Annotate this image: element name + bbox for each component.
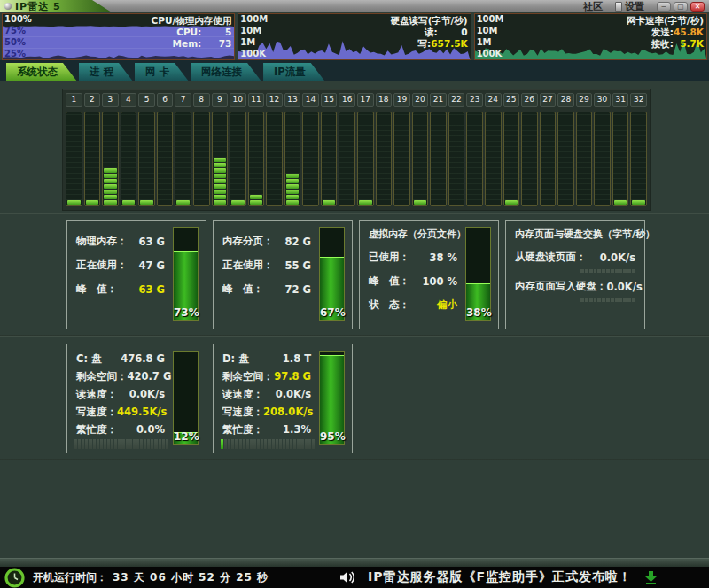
busy-tick <box>118 439 121 449</box>
core-number-label: 31 <box>612 93 629 107</box>
graph-scale-label: 100M <box>477 15 504 24</box>
cpu-core-10: 10 <box>230 93 246 206</box>
row-value: 208.0K/s <box>263 406 313 418</box>
tab-network-card[interactable]: 网 卡 <box>135 63 189 81</box>
graph-scale-label: 1M <box>477 38 492 47</box>
core-load-segment <box>414 200 427 205</box>
core-load-bar <box>248 112 265 206</box>
core-load-segment <box>286 174 300 178</box>
cpu-core-29: 29 <box>576 93 593 206</box>
row-label: D: 盘 <box>222 352 249 366</box>
settings-link[interactable]: 设置 <box>615 0 644 13</box>
core-load-segment <box>140 200 153 205</box>
core-number-label: 4 <box>121 93 137 107</box>
row-value: 47 G <box>139 259 165 272</box>
row-label: 物理内存： <box>76 235 128 248</box>
mini-tick-meter <box>580 298 635 302</box>
core-load-segment <box>323 200 336 205</box>
cpu-core-20: 20 <box>412 93 429 206</box>
graph-title: 硬盘读写(字节/秒) <box>391 15 468 27</box>
row-value: 1.3% <box>283 423 311 436</box>
usage-meter: 38% <box>465 227 491 321</box>
busy-tick <box>272 439 275 449</box>
graph-stat-value: 45.8K <box>674 27 704 38</box>
mini-tick <box>602 298 605 302</box>
busy-tick <box>151 439 153 449</box>
busy-tick <box>312 439 315 449</box>
cpu-core-1: 1 <box>66 93 82 206</box>
mini-tick <box>606 298 610 302</box>
core-load-bar <box>157 112 174 206</box>
graph-scale-label: 10M <box>240 27 261 35</box>
usage-meter: 73% <box>173 227 199 321</box>
core-number-label: 16 <box>339 93 355 107</box>
tab-processes[interactable]: 进 程 <box>79 63 133 81</box>
busy-tick <box>89 439 91 449</box>
close-button[interactable]: ✕ <box>690 2 705 12</box>
busy-tick <box>166 439 168 449</box>
core-number-label: 30 <box>594 93 611 107</box>
row-label: 写速度： <box>76 406 117 419</box>
mini-tick <box>585 298 588 302</box>
mini-tick <box>611 269 614 273</box>
graph-title: CPU/物理内存使用 <box>152 15 232 27</box>
tab-system-status[interactable]: 系统状态 <box>6 63 77 81</box>
core-load-bar <box>138 112 155 206</box>
core-load-bar <box>521 112 538 206</box>
panel-row: 内存页面写入硬盘：0.0K/s <box>506 275 644 298</box>
graph-stat-label: 接收: <box>651 38 674 49</box>
tab-network-connections[interactable]: 网络连接 <box>191 63 261 81</box>
busy-meter <box>74 439 168 449</box>
busy-tick <box>121 439 124 449</box>
core-number-label: 14 <box>302 93 319 107</box>
mini-tick <box>611 298 614 302</box>
announcement: IP雷达服务器版《F监控助手》正式发布啦！ <box>339 569 658 585</box>
busy-tick <box>305 439 308 449</box>
core-load-bar <box>357 112 374 206</box>
graph-info: CPU/物理内存使用CPU:5Mem:73 <box>152 15 232 50</box>
mini-tick <box>619 298 623 302</box>
busy-tick <box>268 439 270 449</box>
busy-tick <box>276 439 278 449</box>
core-load-segment <box>214 190 227 194</box>
community-link[interactable]: 社区 <box>583 0 603 13</box>
core-load-segment <box>286 184 300 189</box>
core-number-label: 3 <box>102 93 119 107</box>
graph-scale-label: 75% <box>4 27 26 35</box>
usage-meter-percent: 12% <box>174 430 198 443</box>
row-label: 正在使用： <box>222 259 274 272</box>
announcement-text[interactable]: IP雷达服务器版《F监控助手》正式发布啦！ <box>368 569 632 585</box>
busy-tick <box>74 439 77 449</box>
cpu-core-8: 8 <box>193 93 210 206</box>
mini-tick <box>594 298 597 302</box>
core-load-segment <box>214 195 227 199</box>
busy-tick <box>243 439 245 449</box>
cpu-core-27: 27 <box>540 93 557 206</box>
core-load-segment <box>250 200 263 205</box>
minimize-button[interactable]: ─ <box>657 2 671 12</box>
busy-tick <box>104 439 106 449</box>
graph-scale-label: 1M <box>240 38 255 47</box>
mini-tick <box>632 269 635 273</box>
tab-ip-traffic[interactable]: IP流量 <box>263 63 325 81</box>
maximize-button[interactable]: ▢ <box>674 2 688 12</box>
cpu-core-23: 23 <box>466 93 483 206</box>
info-panel-mem-0: 物理内存：63 G正在使用：47 G峰 值：63 G73% <box>66 220 206 329</box>
core-load-bar <box>594 112 611 206</box>
busy-tick <box>82 439 84 449</box>
row-value: 476.8 G <box>121 352 165 365</box>
core-load-bar <box>230 112 246 206</box>
busy-tick <box>228 439 230 449</box>
row-label: 剩余空间： <box>222 370 274 383</box>
cpu-core-5: 5 <box>138 93 155 206</box>
core-load-segment <box>214 174 227 178</box>
core-load-segment <box>104 168 117 173</box>
graph-scale-label: 100M <box>240 15 268 24</box>
graph-info: 网卡速率(字节/秒)发送:45.8K接收:5.7K <box>627 15 704 50</box>
uptime-label: 开机运行时间： <box>33 570 107 585</box>
core-load-segment <box>286 179 300 183</box>
settings-icon <box>615 2 622 12</box>
cpu-core-32: 32 <box>630 93 647 206</box>
download-icon[interactable] <box>644 570 658 584</box>
core-load-bar <box>284 112 301 206</box>
